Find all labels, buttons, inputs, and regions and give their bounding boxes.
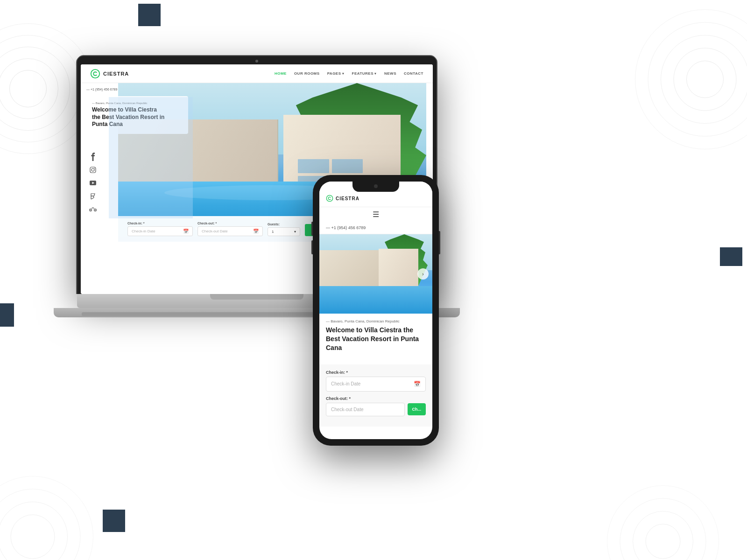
nav-link-rooms[interactable]: OUR ROOMS bbox=[294, 71, 320, 76]
checkin-group: Check-in: * Check-in Date 📅 bbox=[127, 222, 193, 236]
instagram-icon[interactable] bbox=[89, 166, 97, 174]
checkin-label: Check-in: * bbox=[127, 222, 193, 225]
deco-circles-right bbox=[635, 9, 747, 149]
svg-point-8 bbox=[90, 210, 91, 210]
phone-number: — +1 (954) 456 6789 bbox=[86, 88, 117, 91]
guests-label: Guests: bbox=[268, 223, 300, 226]
phone-power-button bbox=[439, 231, 440, 254]
deco-square-top bbox=[138, 4, 161, 26]
nav-link-features[interactable]: FEATURES bbox=[352, 71, 377, 76]
phone-hero-location: — Bavaro, Punta Cana, Dominican Republic bbox=[326, 319, 426, 323]
phone-checkout-input[interactable]: Check-out Date bbox=[326, 403, 405, 416]
facebook-icon[interactable] bbox=[89, 153, 97, 161]
deco-square-bottom bbox=[103, 510, 125, 532]
checkout-calendar-icon: 📅 bbox=[253, 229, 259, 234]
nav-links: HOME OUR ROOMS PAGES FEATURES NEWS CONTA… bbox=[275, 71, 423, 76]
phone-checkin-input[interactable]: Check-in Date 📅 bbox=[326, 377, 426, 392]
svg-rect-1 bbox=[90, 167, 96, 173]
logo-icon bbox=[90, 69, 100, 79]
phone-phone-number: — +1 (954) 456 6789 bbox=[319, 222, 432, 234]
laptop-hinge bbox=[210, 294, 303, 300]
nav-link-contact[interactable]: CONTACT bbox=[404, 71, 423, 76]
svg-point-10 bbox=[326, 195, 332, 201]
nav-logo: CIESTRA bbox=[90, 69, 129, 79]
phone-hero-image: › bbox=[319, 234, 432, 314]
laptop-camera bbox=[255, 60, 258, 63]
foursquare-icon[interactable] bbox=[89, 192, 97, 200]
chevron-down-icon: ▾ bbox=[294, 230, 296, 234]
deco-square-right bbox=[720, 247, 742, 266]
svg-point-2 bbox=[92, 168, 94, 171]
phone-camera bbox=[374, 184, 378, 188]
deco-circles-bottom-right bbox=[607, 485, 719, 560]
phone-vol-up-button bbox=[311, 222, 313, 236]
phone-screen: CIESTRA ☰ — +1 (954) 456 6789 bbox=[319, 182, 432, 439]
svg-point-0 bbox=[91, 69, 99, 77]
phone-vol-down-button bbox=[311, 240, 313, 254]
hero-highlight-box bbox=[109, 97, 193, 218]
checkout-input[interactable]: Check-out Date 📅 bbox=[197, 226, 263, 236]
guests-group: Guests: 1 ▾ bbox=[268, 223, 300, 236]
phone-checkout-group: Check-out: * Check-out Date Ch... bbox=[326, 396, 426, 416]
checkin-input[interactable]: Check-in Date 📅 bbox=[127, 226, 193, 236]
phone-brand-text: CIESTRA bbox=[336, 196, 359, 201]
phone-notch bbox=[352, 182, 399, 192]
phone-website: CIESTRA ☰ — +1 (954) 456 6789 bbox=[319, 182, 432, 439]
hamburger-menu[interactable]: ☰ bbox=[319, 207, 432, 222]
guests-select[interactable]: 1 ▾ bbox=[268, 227, 300, 236]
nav-link-pages[interactable]: PAGES bbox=[327, 71, 345, 76]
phone-checkin-group: Check-in: * Check-in Date 📅 bbox=[326, 370, 426, 392]
navbar: CIESTRA HOME OUR ROOMS PAGES FEATURES NE… bbox=[81, 64, 433, 83]
nav-link-news[interactable]: NEWS bbox=[384, 71, 396, 76]
social-sidebar bbox=[89, 153, 97, 213]
phone-pool bbox=[319, 286, 432, 314]
deco-square-left bbox=[0, 303, 14, 327]
phone-bezel: CIESTRA ☰ — +1 (954) 456 6789 bbox=[313, 175, 439, 446]
nav-link-home[interactable]: HOME bbox=[275, 71, 287, 76]
phone-checkout-btn[interactable]: Ch... bbox=[408, 403, 426, 415]
tripadvisor-icon[interactable] bbox=[89, 205, 97, 213]
phone-resort-scene bbox=[319, 234, 432, 314]
phone-checkout-row: Check-out Date Ch... bbox=[326, 403, 426, 416]
phone-hero-title: Welcome to Villa Ciestra the Best Vacati… bbox=[326, 326, 426, 352]
checkout-label: Check-out: * bbox=[197, 222, 263, 225]
phone-hero-content: — Bavaro, Punta Cana, Dominican Republic… bbox=[319, 314, 432, 364]
phone-calendar-icon: 📅 bbox=[414, 381, 421, 387]
checkout-group: Check-out: * Check-out Date 📅 bbox=[197, 222, 263, 236]
checkin-calendar-icon: 📅 bbox=[183, 229, 189, 234]
nav-brand-text: CIESTRA bbox=[103, 71, 129, 77]
deco-circles-bottom-left bbox=[0, 476, 93, 560]
svg-point-3 bbox=[94, 168, 95, 169]
phone-checkin-label: Check-in: * bbox=[326, 370, 426, 375]
phone-hero-next-arrow[interactable]: › bbox=[417, 268, 429, 280]
youtube-icon[interactable] bbox=[89, 179, 97, 187]
svg-point-9 bbox=[95, 210, 96, 210]
phone-logo: CIESTRA bbox=[326, 195, 359, 202]
phone-checkout-label: Check-out: * bbox=[326, 396, 426, 401]
phone-logo-icon bbox=[326, 195, 333, 202]
phone-booking-form: Check-in: * Check-in Date 📅 Check-out: *… bbox=[319, 364, 432, 427]
